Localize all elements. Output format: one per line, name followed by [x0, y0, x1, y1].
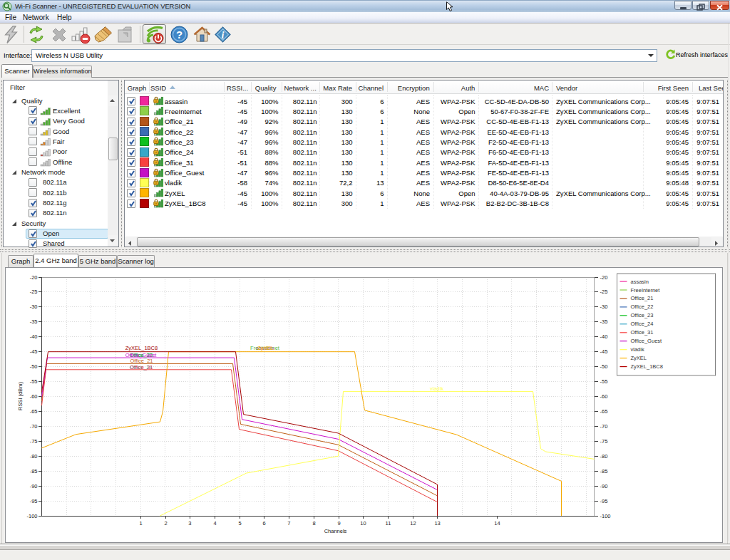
svg-text:-40: -40 [600, 333, 608, 340]
svg-text:-45: -45 [30, 348, 38, 355]
svg-text:9: 9 [337, 520, 340, 527]
svg-text:-80: -80 [600, 453, 608, 460]
svg-text:?: ? [176, 28, 182, 41]
svg-text:RSSI (dBm): RSSI (dBm) [17, 382, 24, 411]
svg-text:-85: -85 [30, 468, 38, 475]
svg-text:ZyXEL: ZyXEL [257, 345, 274, 351]
svg-text:-35: -35 [30, 318, 38, 325]
svg-text:-90: -90 [30, 483, 38, 489]
svg-text:-65: -65 [30, 408, 38, 415]
svg-text:3: 3 [188, 520, 191, 527]
svg-text:-65: -65 [600, 408, 608, 415]
svg-text:10: 10 [360, 520, 366, 527]
svg-text:-50: -50 [600, 363, 608, 370]
svg-text:12: 12 [410, 520, 416, 527]
svg-text:Channels: Channels [324, 528, 347, 534]
svg-text:-20: -20 [600, 274, 608, 281]
svg-text:ZyXEL_1BC8: ZyXEL_1BC8 [631, 363, 663, 370]
svg-text:4: 4 [213, 520, 216, 527]
svg-text:-70: -70 [30, 423, 38, 430]
svg-text:Office_31: Office_31 [130, 364, 153, 370]
svg-text:-45: -45 [600, 348, 608, 355]
svg-text:-70: -70 [600, 423, 608, 430]
svg-text:-55: -55 [600, 378, 608, 385]
svg-text:5: 5 [238, 520, 241, 527]
svg-text:7: 7 [287, 520, 290, 527]
svg-text:ZyXEL: ZyXEL [631, 355, 647, 361]
svg-text:Office_21: Office_21 [631, 295, 654, 301]
svg-text:-30: -30 [600, 304, 608, 310]
svg-text:6: 6 [263, 520, 266, 527]
svg-text:-55: -55 [30, 378, 38, 385]
svg-text:vladik: vladik [430, 385, 443, 392]
svg-text:i: i [222, 30, 225, 41]
svg-text:-20: -20 [30, 274, 38, 281]
svg-text:-100: -100 [600, 513, 611, 519]
svg-text:-35: -35 [600, 318, 608, 325]
svg-text:13: 13 [434, 520, 440, 527]
svg-text:FreeInternet: FreeInternet [631, 287, 661, 294]
svg-text:2: 2 [164, 520, 167, 527]
svg-text:-25: -25 [30, 289, 38, 295]
svg-text:-25: -25 [600, 289, 608, 295]
svg-text:-60: -60 [600, 393, 608, 400]
svg-text:Office_24: Office_24 [631, 321, 654, 327]
svg-text:-90: -90 [600, 483, 608, 489]
svg-text:-50: -50 [30, 363, 38, 370]
svg-text:Office_31: Office_31 [631, 329, 654, 336]
svg-text:-100: -100 [26, 513, 37, 519]
svg-text:8: 8 [312, 520, 315, 527]
svg-text:-80: -80 [30, 453, 38, 460]
svg-text:14: 14 [494, 520, 500, 527]
svg-text:-75: -75 [600, 438, 608, 445]
svg-text:-40: -40 [30, 333, 38, 340]
svg-text:-85: -85 [600, 468, 608, 475]
svg-text:-60: -60 [30, 393, 38, 400]
svg-text:-95: -95 [600, 498, 608, 504]
svg-text:-75: -75 [30, 438, 38, 445]
svg-text:Office_22: Office_22 [631, 304, 654, 310]
svg-text:11: 11 [386, 520, 391, 527]
svg-text:-95: -95 [30, 498, 38, 504]
svg-text:vladik: vladik [631, 346, 644, 353]
svg-text:Office_Guest: Office_Guest [631, 338, 663, 344]
svg-text:Office_23: Office_23 [631, 312, 654, 318]
svg-text:-30: -30 [30, 304, 38, 310]
svg-text:ZyXEL_1BC8: ZyXEL_1BC8 [125, 345, 158, 351]
svg-text:1: 1 [139, 520, 142, 527]
svg-text:assasin: assasin [631, 279, 649, 285]
